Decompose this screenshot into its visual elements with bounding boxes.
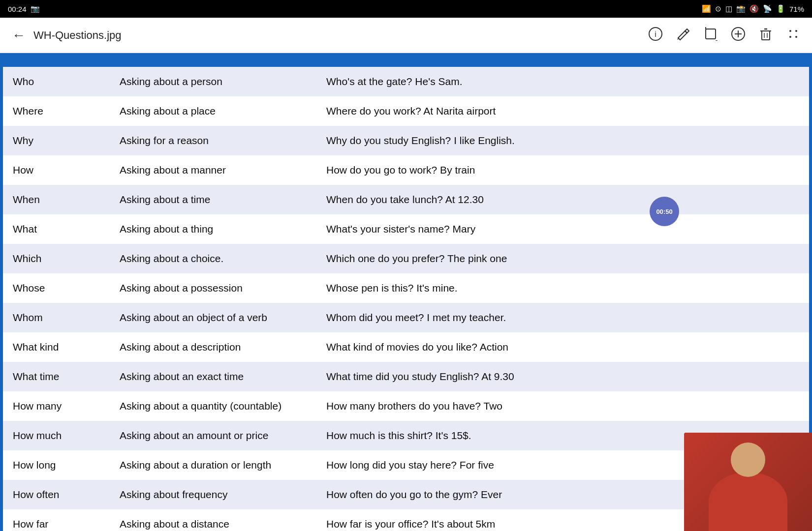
- cell-word: How: [1, 155, 110, 185]
- back-arrow-icon[interactable]: ←: [12, 28, 26, 43]
- action-buttons: i: [649, 27, 800, 44]
- cell-usage: Asking about a manner: [110, 155, 316, 185]
- svg-rect-8: [762, 31, 770, 40]
- timer-badge[interactable]: 00:50: [650, 197, 679, 226]
- cell-usage: Asking about a thing: [110, 214, 316, 244]
- trash-icon: [759, 27, 773, 44]
- col-header-example: [316, 53, 811, 67]
- back-button[interactable]: ←: [12, 28, 26, 43]
- table-header-row: [1, 53, 811, 67]
- cell-example: Where do you work? At Narita airport: [316, 96, 811, 126]
- cell-usage: Asking about an object of a verb: [110, 303, 316, 332]
- cell-usage: Asking about a description: [110, 332, 316, 362]
- camera2-icon: 📸: [736, 4, 746, 13]
- cell-word: Whom: [1, 303, 110, 332]
- cell-example: What time did you study English? At 9.30: [316, 362, 811, 391]
- svg-point-16: [795, 36, 797, 38]
- svg-text:i: i: [655, 30, 656, 38]
- cell-usage: Asking about a person: [110, 67, 316, 96]
- cell-usage: Asking for a reason: [110, 126, 316, 155]
- cell-word: What: [1, 214, 110, 244]
- table-row: WhoAsking about a personWho's at the gat…: [1, 67, 811, 96]
- screenshot-icon: ◫: [725, 4, 732, 13]
- table-row: WhomAsking about an object of a verbWhom…: [1, 303, 811, 332]
- table-row: What timeAsking about an exact timeWhat …: [1, 362, 811, 391]
- cell-example: What's your sister's name? Mary: [316, 214, 811, 244]
- wifi-icon: 📡: [763, 4, 772, 13]
- cell-example: Why do you study English? I like English…: [316, 126, 811, 155]
- cell-word: How many: [1, 391, 110, 421]
- crop-icon: [704, 27, 718, 44]
- cell-word: How much: [1, 421, 110, 450]
- cell-usage: Asking about frequency: [110, 480, 316, 509]
- cell-word: Where: [1, 96, 110, 126]
- cell-usage: Asking about an amount or price: [110, 421, 316, 450]
- table-row: What kindAsking about a descriptionWhat …: [1, 332, 811, 362]
- table-row: WhatAsking about a thingWhat's your sist…: [1, 214, 811, 244]
- signal-icon: 📶: [702, 4, 711, 13]
- battery-level: 71%: [789, 5, 804, 13]
- cell-word: What time: [1, 362, 110, 391]
- table-row: How manyAsking about a quantity (countab…: [1, 391, 811, 421]
- cell-word: Which: [1, 244, 110, 273]
- cell-example: Whose pen is this? It's mine.: [316, 273, 811, 303]
- video-person: [684, 433, 812, 531]
- cell-word: Why: [1, 126, 110, 155]
- cell-usage: Asking about a quantity (countable): [110, 391, 316, 421]
- cell-usage: Asking about a distance: [110, 509, 316, 531]
- table-row: HowAsking about a mannerHow do you go to…: [1, 155, 811, 185]
- cell-usage: Asking about a choice.: [110, 244, 316, 273]
- cell-word: How long: [1, 450, 110, 480]
- page-title: WH-Questions.jpg: [33, 29, 641, 42]
- person-body: [709, 472, 787, 531]
- table-row: WhereAsking about a placeWhere do you wo…: [1, 96, 811, 126]
- battery-icon: 🔋: [776, 4, 785, 13]
- col-header-usage: [110, 53, 316, 67]
- table-row: WhenAsking about a timeWhen do you take …: [1, 185, 811, 214]
- cell-word: Whose: [1, 273, 110, 303]
- cell-word: How far: [1, 509, 110, 531]
- svg-rect-2: [706, 29, 716, 39]
- bluetooth-icon: ⊙: [715, 4, 721, 13]
- mute-icon: 🔇: [750, 4, 759, 13]
- info-button[interactable]: i: [649, 27, 662, 44]
- status-left: 00:24 📷: [8, 4, 40, 13]
- cell-example: What kind of movies do you like? Action: [316, 332, 811, 362]
- more-icon: [786, 27, 800, 44]
- col-header-word: [1, 53, 110, 67]
- camera-icon: 📷: [31, 4, 40, 13]
- cell-example: Which one do you prefer? The pink one: [316, 244, 811, 273]
- cell-usage: Asking about a time: [110, 185, 316, 214]
- status-right: 📶 ⊙ ◫ 📸 🔇 📡 🔋 71%: [702, 4, 804, 13]
- cell-usage: Asking about a possession: [110, 273, 316, 303]
- table-row: WhichAsking about a choice.Which one do …: [1, 244, 811, 273]
- pen-icon: [676, 27, 690, 44]
- delete-button[interactable]: [759, 27, 773, 44]
- cell-usage: Asking about a duration or length: [110, 450, 316, 480]
- cell-example: Who's at the gate? He's Sam.: [316, 67, 811, 96]
- svg-point-14: [795, 30, 797, 32]
- cell-word: What kind: [1, 332, 110, 362]
- svg-point-15: [789, 36, 791, 38]
- person-shape: [709, 442, 787, 531]
- more-options-button[interactable]: [786, 27, 800, 44]
- cell-word: Who: [1, 67, 110, 96]
- cell-example: Whom did you meet? I met my teacher.: [316, 303, 811, 332]
- status-bar: 00:24 📷 📶 ⊙ ◫ 📸 🔇 📡 🔋 71%: [0, 0, 812, 18]
- edit-button[interactable]: [676, 27, 690, 44]
- cell-example: How many brothers do you have? Two: [316, 391, 811, 421]
- video-overlay: [684, 433, 812, 531]
- add-button[interactable]: [731, 27, 745, 44]
- table-row: WhoseAsking about a possessionWhose pen …: [1, 273, 811, 303]
- cell-word: When: [1, 185, 110, 214]
- crop-button[interactable]: [704, 27, 718, 44]
- timer-label: 00:50: [656, 208, 672, 215]
- person-head: [731, 442, 765, 477]
- app-bar: ← WH-Questions.jpg i: [0, 18, 812, 53]
- svg-point-13: [789, 30, 791, 32]
- cell-word: How often: [1, 480, 110, 509]
- cell-usage: Asking about an exact time: [110, 362, 316, 391]
- add-icon: [731, 27, 745, 44]
- info-icon: i: [649, 27, 662, 44]
- cell-example: How do you go to work? By train: [316, 155, 811, 185]
